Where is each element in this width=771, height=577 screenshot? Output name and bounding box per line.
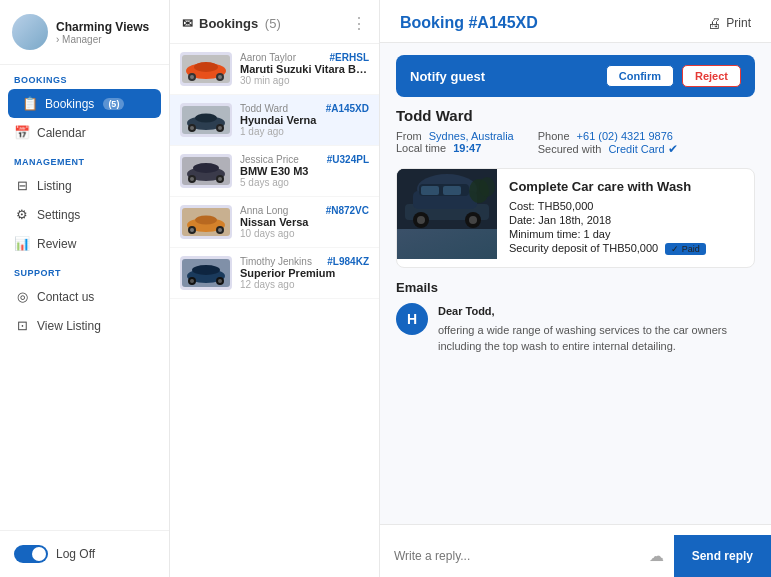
sidebar-item-calendar[interactable]: 📅 Calendar bbox=[0, 118, 169, 147]
phone-label: Phone bbox=[538, 130, 570, 142]
local-time-label: Local time bbox=[396, 142, 446, 154]
phone-detail: Phone +61 (02) 4321 9876 Secured with Cr… bbox=[538, 130, 678, 156]
sidebar-item-view-listing[interactable]: ⊡ View Listing bbox=[0, 311, 169, 340]
booking-info: Jessica Price #U324PL BMW E30 M3 5 days … bbox=[240, 154, 369, 188]
notify-text: Notify guest bbox=[410, 69, 485, 84]
booking-time: 1 day ago bbox=[240, 126, 369, 137]
view-listing-icon: ⊡ bbox=[14, 318, 30, 333]
date-detail: Date: Jan 18th, 2018 bbox=[509, 214, 742, 226]
sidebar-item-contact[interactable]: ◎ Contact us bbox=[0, 282, 169, 311]
svg-point-27 bbox=[218, 228, 222, 232]
car-thumbnail bbox=[180, 154, 232, 188]
sidebar-item-review[interactable]: 📊 Review bbox=[0, 229, 169, 258]
bookings-label: Bookings bbox=[45, 97, 94, 111]
booking-item[interactable]: Aaron Taylor #ERHSL Maruti Suzuki Vitara… bbox=[170, 44, 379, 95]
bookings-icon: 📋 bbox=[22, 96, 38, 111]
booking-car-name: Hyundai Verna bbox=[240, 114, 369, 126]
verified-icon: ✔ bbox=[668, 142, 678, 156]
phone-value[interactable]: +61 (02) 4321 9876 bbox=[577, 130, 673, 142]
view-listing-label: View Listing bbox=[37, 319, 101, 333]
date-label: Date: bbox=[509, 214, 535, 226]
booking-code: #N872VC bbox=[326, 205, 369, 216]
detail-header: Booking #A145XD 🖨 Print bbox=[380, 0, 771, 43]
listing-icon: ⊟ bbox=[14, 178, 30, 193]
reject-button[interactable]: Reject bbox=[682, 65, 741, 87]
booking-item[interactable]: Jessica Price #U324PL BMW E30 M3 5 days … bbox=[170, 146, 379, 197]
svg-point-33 bbox=[190, 279, 194, 283]
deposit-label: Security deposit of bbox=[509, 242, 600, 254]
guest-section: Todd Ward From Sydnes, Australia Local t… bbox=[380, 97, 771, 162]
booking-code: #U324PL bbox=[327, 154, 369, 165]
svg-point-23 bbox=[195, 216, 217, 225]
service-info: Complete Car care with Wash Cost: THB50,… bbox=[497, 169, 754, 267]
svg-point-43 bbox=[469, 216, 477, 224]
logoff-toggle[interactable] bbox=[14, 545, 48, 563]
more-options-icon[interactable]: ⋮ bbox=[351, 14, 367, 33]
booking-car-name: Maruti Suzuki Vitara Brezza bbox=[240, 63, 369, 75]
section-support-label: SUPPORT bbox=[0, 258, 169, 282]
booking-info: Anna Long #N872VC Nissan Versa 10 days a… bbox=[240, 205, 369, 239]
section-bookings-label: BOOKINGS bbox=[0, 65, 169, 89]
car-thumbnail bbox=[180, 103, 232, 137]
reply-input[interactable] bbox=[380, 539, 639, 573]
emails-section: Emails H Dear Todd, offering a wide rang… bbox=[396, 280, 755, 363]
send-reply-button[interactable]: Send reply bbox=[674, 535, 771, 577]
service-image-inner bbox=[397, 169, 497, 259]
booking-car-name: Superior Premium bbox=[240, 267, 369, 279]
attachment-icon[interactable]: ☁ bbox=[639, 547, 674, 565]
print-icon: 🖨 bbox=[707, 15, 721, 31]
reply-bar: ☁ Send reply bbox=[380, 524, 771, 577]
sidebar: Charming Views › Manager BOOKINGS 📋 Book… bbox=[0, 0, 170, 577]
booking-item[interactable]: Anna Long #N872VC Nissan Versa 10 days a… bbox=[170, 197, 379, 248]
email-greeting: Dear Todd, bbox=[438, 303, 755, 320]
toggle-knob bbox=[32, 547, 46, 561]
sidebar-item-settings[interactable]: ⚙ Settings bbox=[0, 200, 169, 229]
guest-name: Todd Ward bbox=[396, 107, 755, 124]
svg-point-26 bbox=[190, 228, 194, 232]
booking-customer-name: Jessica Price bbox=[240, 154, 299, 165]
booking-code: #A145XD bbox=[326, 103, 369, 114]
bookings-list: Aaron Taylor #ERHSL Maruti Suzuki Vitara… bbox=[170, 44, 379, 577]
booking-customer-name: Aaron Taylor bbox=[240, 52, 296, 63]
min-time-label: Minimum time: bbox=[509, 228, 581, 240]
email-text: offering a wide range of washing service… bbox=[438, 322, 755, 355]
deposit-detail: Security deposit of THB50,000 ✓ Paid bbox=[509, 242, 742, 255]
booking-code: #L984KZ bbox=[327, 256, 369, 267]
booking-customer-name: Timothy Jenkins bbox=[240, 256, 312, 267]
svg-point-47 bbox=[479, 177, 495, 197]
svg-point-5 bbox=[190, 75, 194, 79]
sidebar-item-listing[interactable]: ⊟ Listing bbox=[0, 171, 169, 200]
booking-item[interactable]: Timothy Jenkins #L984KZ Superior Premium… bbox=[170, 248, 379, 299]
print-button[interactable]: 🖨 Print bbox=[707, 15, 751, 31]
calendar-icon: 📅 bbox=[14, 125, 30, 140]
service-card: Complete Car care with Wash Cost: THB50,… bbox=[396, 168, 755, 268]
booking-car-name: BMW E30 M3 bbox=[240, 165, 369, 177]
logoff-row: Log Off bbox=[14, 545, 155, 563]
svg-point-20 bbox=[218, 177, 222, 181]
print-label: Print bbox=[726, 16, 751, 30]
min-time-value: 1 day bbox=[584, 228, 611, 240]
service-image bbox=[397, 169, 497, 259]
booking-time: 5 days ago bbox=[240, 177, 369, 188]
settings-label: Settings bbox=[37, 208, 80, 222]
calendar-label: Calendar bbox=[37, 126, 86, 140]
car-thumbnail bbox=[180, 256, 232, 290]
bookings-panel: ✉ Bookings (5) ⋮ bbox=[170, 0, 380, 577]
svg-point-9 bbox=[195, 114, 217, 123]
section-management-label: MANAGEMENT bbox=[0, 147, 169, 171]
listing-label: Listing bbox=[37, 179, 72, 193]
guest-details: From Sydnes, Australia Local time 19:47 … bbox=[396, 130, 755, 156]
review-label: Review bbox=[37, 237, 76, 251]
from-value[interactable]: Sydnes, Australia bbox=[429, 130, 514, 142]
car-thumbnail bbox=[180, 52, 232, 86]
booking-time: 12 days ago bbox=[240, 279, 369, 290]
booking-item[interactable]: Todd Ward #A145XD Hyundai Verna 1 day ag… bbox=[170, 95, 379, 146]
bookings-header-title: Bookings (5) bbox=[199, 16, 281, 31]
booking-time: 10 days ago bbox=[240, 228, 369, 239]
notify-actions: Confirm Reject bbox=[606, 65, 741, 87]
confirm-button[interactable]: Confirm bbox=[606, 65, 674, 87]
svg-point-13 bbox=[218, 126, 222, 130]
sidebar-item-bookings[interactable]: 📋 Bookings (5) bbox=[8, 89, 161, 118]
secured-value[interactable]: Credit Card bbox=[608, 143, 664, 155]
email-avatar: H bbox=[396, 303, 428, 335]
